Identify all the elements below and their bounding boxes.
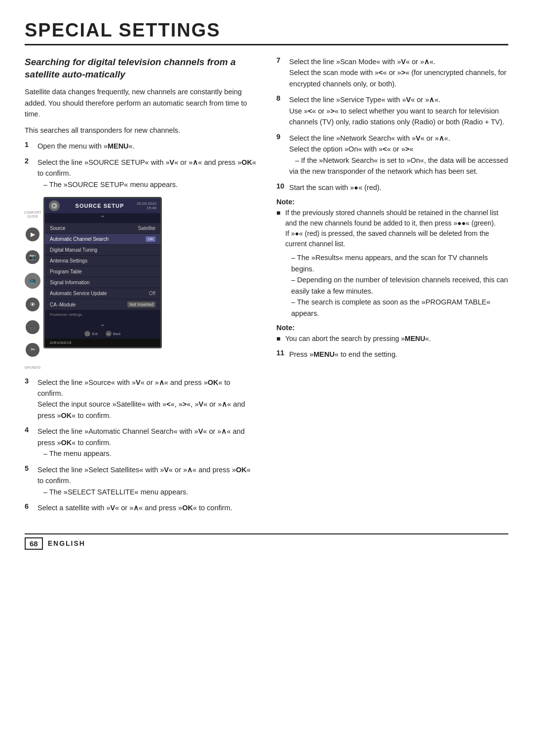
exit-circle: ◯ [84,331,90,337]
note-sub-1: The »Results« menu appears, and the scan… [291,252,508,274]
grundig-brand: GRUNDIG [24,366,40,369]
grundig-logo: GRUNDIG [45,339,160,347]
step-3: 3 Select the line »Source« with »V« or »… [25,377,257,421]
intro-para-1: Satellite data changes frequently, new c… [25,86,257,119]
note-title-1: Note: [276,198,508,206]
tv-bottom-bar: ◯ Exit ↩ Back [45,329,160,339]
tv-down-arrow: ⌄ [45,319,160,329]
page-title: SPECIAL SETTINGS [25,20,508,45]
tv-menu-ca-module: CA -Module Not Inserted [45,299,160,310]
tv-menu-digital-manual: Digital Manual Tuning [45,245,160,256]
tv-menu-auto-channel: Automatic Channel Search OK [45,234,160,245]
step-10: 10 Start the scan with »●« (red). [276,182,508,193]
tv-header-title: SOURCE SETUP [63,203,137,209]
tv-menu-program-table: Program Table [45,266,160,277]
right-column: 7 Select the line »Scan Mode« with »V« o… [276,56,508,519]
page-footer: 68 ENGLISH [25,533,508,550]
tv-screen-container: COMFORTGUIDE ▶ 📷 📺 👁 🎧 ✂ GRUNDIG [25,197,257,369]
step-9: 9 Select the line »Network Search« with … [276,133,508,177]
step-6: 6 Select a satellite with »V« or »∧« and… [25,502,257,513]
play-icon: ▶ [26,227,39,241]
section-heading: Searching for digital television channel… [25,56,257,80]
headphone-icon: 🎧 [26,320,39,334]
tv-left-icons: COMFORTGUIDE ▶ 📷 📺 👁 🎧 ✂ GRUNDIG [25,197,43,369]
step-4: 4 Select the line »Automatic Channel Sea… [25,426,257,459]
back-circle: ↩ [106,331,112,337]
comfort-guide-label: COMFORTGUIDE [24,211,41,218]
note-block-1: Note: ■ If the previously stored channel… [276,198,508,319]
step-1: 1 Open the menu with »MENU«. [25,141,257,151]
page-number: 68 [25,537,43,550]
note-sub-3: The search is complete as soon as the »P… [291,297,508,319]
intro-para-2: This searches all transponders for new c… [25,125,257,136]
note-sub-2: Depending on the number of television ch… [291,274,508,297]
ok-badge: OK [146,236,155,242]
tv-menu-antenna: Antenna Settings [45,256,160,266]
tv-header-datetime: 20.09.201015:46 [137,201,156,210]
camera-icon: 📷 [26,250,39,264]
not-inserted-badge: Not Inserted [127,302,155,307]
note-item-1: ■ If the previously stored channels shou… [276,208,508,249]
tv-screen-display: SOURCE SETUP 20.09.201015:46 ⌃ Source Sa… [43,197,162,348]
step-8: 8 Select the line »Service Type« with »V… [276,94,508,127]
tv-menu-auto-service: Automatic Service Update Off [45,288,160,299]
step-11: 11 Press »MENU« to end the setting. [276,349,508,360]
eye-icon: 👁 [26,298,39,311]
tv-header: SOURCE SETUP 20.09.201015:46 [45,198,160,213]
note-item-2: ■ You can abort the search by pressing »… [276,334,508,344]
note-block-2: Note: ■ You can abort the search by pres… [276,324,508,344]
tv-btn-exit: ◯ Exit [84,331,98,337]
tv-menu-signal-info: Signal Information [45,277,160,288]
step-2: 2 Select the line »SOURCE SETUP« with »V… [25,157,257,190]
tv-header-icon [49,200,60,211]
step-5: 5 Select the line »Select Satellites« wi… [25,464,257,497]
tv-menu-source: Source Satellite [45,223,160,234]
language-label: ENGLISH [48,539,85,547]
note-title-2: Note: [276,324,508,332]
tv-btn-back: ↩ Back [106,331,121,337]
tv-up-arrow: ⌃ [45,213,160,223]
tv-icon: 📺 [25,273,40,289]
left-column: Searching for digital television channel… [25,56,257,519]
tv-screen: SOURCE SETUP 20.09.201015:46 ⌃ Source Sa… [43,197,257,369]
scissors-icon: ✂ [26,343,39,357]
tv-menu-positioner: Positioner settings [45,310,160,319]
step-7: 7 Select the line »Scan Mode« with »V« o… [276,56,508,89]
